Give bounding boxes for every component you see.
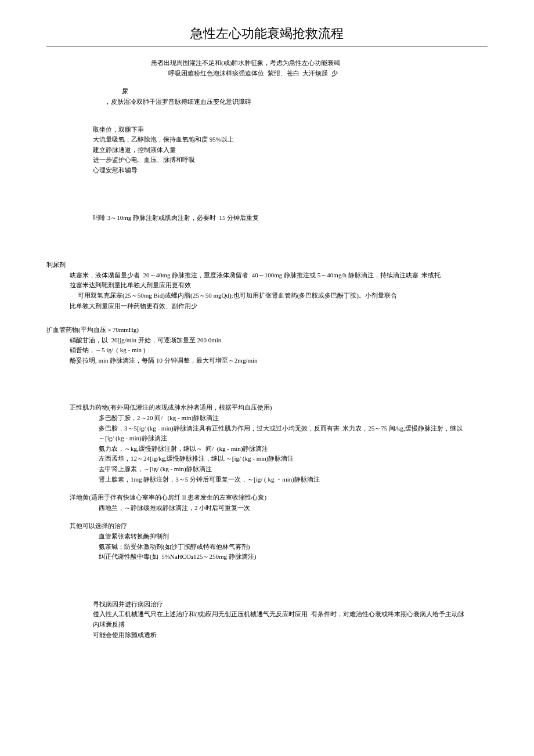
text-line: 氨力农，～kg,缓慢静脉注射，继以～ 间/ (kg - min)静脉滴注 [99,444,488,454]
other-block: 其他可以选择的治疗 血管紧张素转换酶抑制剂 氨茶碱；防受体激动剂(如沙丁胺醇或特… [46,521,488,562]
digitalis-block: 洋地黄(适用于伴有快速心室率的心房纤 II 患者发生的左室收缩性心衰) 西地兰，… [46,493,488,513]
diuretic-block: 利尿剂 呋塞米，液体潴留量少者 20～40mg 静脉推注，重度液体潴留者 40～… [46,260,488,311]
text-line: 呼吸困难粉红色泡沫样痰强迫体位 紫绀、苍白 大汗烦躁 少 [151,68,488,79]
text-line: 取坐位，双腿下垂 [93,125,488,135]
text-line: 可能会使用除颤或透析 [93,630,488,641]
text-line: 可用双氢克尿塞(25～50mg Bid)或螺内脂(25～50 mgQd);也可加… [70,291,488,301]
text-line: 去甲肾上腺素，～[ig/ (kg - min)静脉滴注 [99,464,488,475]
text-line: 侵入性人工机械通气只在上述治疗和(或)应用无创正压机械通气无反应时应用 有条件时… [93,609,488,620]
text-line: 氨茶碱；防受体激动剂(如沙丁胺醇或特布他林气雾剂) [99,542,488,552]
text-line: 尿 [46,86,488,97]
text-line: 患者出现周围灌注不足和(或)肺水肿征象，考虑为急性左心功能衰竭 [151,58,488,68]
text-line: 硝普钠，～5 ig/ ( kg - min ) [70,345,488,356]
text-line: 吗啡 3～10mg 静脉注射或肌肉注射，必要时 15 分钟后重复 [93,213,488,223]
inotrope-block: 正性肌力药物(有外周低灌注的表现或肺水肿者适用，根据平均血压使用) 多巴酚丁胺，… [46,403,488,484]
text-line: ，皮肤湿冷双肺干湿罗音脉搏细速血压变化意识障碍 [46,97,488,107]
section-header: 洋地黄(适用于伴有快速心室率的心房纤 II 患者发生的左室收缩性心衰) [70,493,488,503]
text-line: 比单独大剂量应用一种药物更有效、副作用少 [70,301,488,312]
morphine-block: 吗啡 3～10mg 静脉注射或肌肉注射，必要时 15 分钟后重复 [46,213,488,223]
text-line: 酚妥拉明, min 静脉滴注，每隔 10 分钟调整，最大可增至～2mg/min [70,356,488,366]
initial-measures-block: 取坐位，双腿下垂 大流量吸氧，乙醇除泡，保持血氧饱和度 95%以上 建立静脉通道… [46,125,488,176]
text-line: 寻找病因并进行病因治疗 [93,599,488,610]
text-line: 大流量吸氧，乙醇除泡，保持血氧饱和度 95%以上 [93,135,488,145]
text-line: ～[ig/ (kg - min)静脉滴注 [99,433,488,444]
text-line: 左西孟坦，12～24[ig/kg,缓慢静脉推注，继以.～[ig/ (kg - m… [99,454,488,464]
presentation-block: 患者出现周围灌注不足和(或)肺水肿征象，考虑为急性左心功能衰竭 呼吸困难粉红色泡… [46,58,488,78]
text-line: 进一步监护心电、血压、脉搏和呼吸 [93,155,488,165]
text-line: 肾上腺素，1mg 静脉注射，3～5 分钟后可重复一次，～[ig/ ( kg ・m… [99,475,488,485]
section-header: 正性肌力药物(有外周低灌注的表现或肺水肿者适用，根据平均血压使用) [70,403,488,413]
section-header: 利尿剂 [46,260,488,270]
text-line: 心理安慰和辅导 [93,165,488,176]
text-line: 建立静脉通道，控制液体入量 [93,145,488,155]
page-title: 急性左心功能衰竭抢救流程 [46,23,488,46]
text-line: 拉塞米达到靶剂量比单独大剂量应用更有效 [70,280,488,291]
text-line: 硝酸甘油，以 20[jg/min 开始，可逐渐加量至 200 0min [70,335,488,346]
text-line: 西地兰，～静脉缓推或静脉滴注，2 小时后可重复一次 [99,503,488,513]
text-line: 内球囊反搏 [93,620,488,630]
section-header: 其他可以选择的治疗 [70,521,488,531]
text-line: 呋塞米，液体潴留量少者 20～40mg 静脉推注，重度液体潴留者 40～100m… [70,270,488,281]
final-block: 寻找病因并进行病因治疗 侵入性人工机械通气只在上述治疗和(或)应用无创正压机械通… [46,599,488,640]
text-line: 多巴胺，3～5[ig/ (kg - min)静脉滴注具有正性肌力作用，过大或过小… [99,424,488,434]
text-line: 多巴酚丁胺，2～20 间/ (kg - min)静脉滴注 [99,413,488,424]
text-line: 纠正代谢性酸中毒(如 5%NaHCO₃125～250mg 静脉滴注) [99,552,488,562]
text-line: 血管紧张素转换酶抑制剂 [99,531,488,542]
section-header: 扩血管药物(平均血压＞70mmHg) [46,325,488,335]
vasodilator-block: 扩血管药物(平均血压＞70mmHg) 硝酸甘油，以 20[jg/min 开始，可… [46,325,488,366]
